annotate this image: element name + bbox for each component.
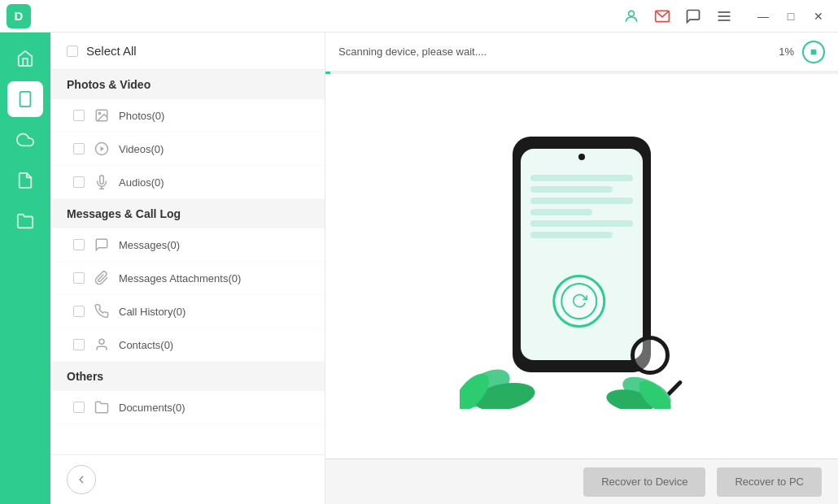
photos-label: Photos(0): [119, 110, 164, 122]
list-item[interactable]: Call History(0): [50, 295, 325, 328]
window-controls: — □ ✕: [750, 3, 831, 29]
close-button[interactable]: ✕: [805, 3, 831, 29]
video-icon: [93, 140, 111, 158]
section-header-photos-video: Photos & Video: [50, 70, 325, 99]
list-item[interactable]: Videos(0): [50, 133, 325, 166]
sidebar-item-home[interactable]: [7, 41, 43, 76]
phone-notch: [578, 154, 585, 160]
title-bar-icons: — □ ✕: [620, 3, 831, 29]
audios-checkbox[interactable]: [73, 176, 85, 188]
select-all-checkbox[interactable]: [67, 46, 78, 57]
minimize-button[interactable]: —: [750, 3, 776, 29]
section-header-messages: Messages & Call Log: [50, 199, 325, 228]
select-all-row[interactable]: Select All: [50, 33, 325, 70]
maximize-button[interactable]: □: [778, 3, 804, 29]
content-area: Scanning device, please wait.... 1%: [325, 33, 838, 504]
title-bar: D — □ ✕: [0, 0, 838, 33]
recover-to-device-button[interactable]: Recover to Device: [583, 467, 705, 497]
svg-marker-10: [101, 146, 105, 151]
list-item[interactable]: Documents(0): [50, 391, 325, 424]
messages-checkbox[interactable]: [73, 239, 85, 250]
list-item[interactable]: Photos(0): [50, 99, 325, 133]
screen-line: [530, 186, 613, 193]
message-icon: [93, 236, 111, 254]
scan-status-text: Scanning device, please wait....: [338, 46, 770, 58]
category-sidebar: Select All Photos & Video Photos(0) Vide…: [50, 33, 325, 504]
phone-illustration: [484, 137, 679, 397]
scan-percent: 1%: [779, 46, 794, 58]
scan-stop-button[interactable]: [802, 41, 825, 63]
videos-checkbox[interactable]: [73, 143, 85, 154]
sidebar-item-phone[interactable]: [7, 81, 43, 117]
list-item[interactable]: Audios(0): [50, 166, 325, 199]
content-main: [325, 74, 838, 458]
photos-checkbox[interactable]: [73, 110, 85, 121]
back-button[interactable]: [67, 465, 96, 494]
phone-screen: [521, 149, 643, 360]
sidebar-bottom: [50, 454, 325, 504]
svg-rect-14: [811, 49, 817, 54]
svg-rect-5: [20, 92, 31, 106]
messages-attachments-label: Messages Attachments(0): [119, 272, 241, 285]
select-all-label: Select All: [86, 44, 137, 58]
screen-line: [530, 175, 633, 181]
documents-label: Documents(0): [119, 402, 185, 414]
list-item[interactable]: Messages Attachments(0): [50, 262, 325, 295]
title-bar-left: D: [7, 4, 31, 28]
sidebar-item-folder[interactable]: [7, 203, 43, 239]
photo-icon: [93, 106, 111, 124]
svg-point-0: [629, 11, 635, 16]
user-icon[interactable]: [620, 5, 643, 28]
sidebar-icons: [0, 33, 50, 504]
main-layout: Select All Photos & Video Photos(0) Vide…: [0, 33, 838, 504]
contacts-checkbox[interactable]: [73, 339, 85, 350]
document-icon: [93, 398, 111, 416]
mail-icon[interactable]: [651, 5, 674, 28]
videos-label: Videos(0): [119, 143, 164, 155]
leaves-right: [590, 352, 671, 409]
svg-point-13: [99, 339, 104, 344]
leaves-left: [460, 344, 557, 409]
screen-line: [530, 232, 613, 238]
app-logo: D: [7, 4, 31, 28]
audios-label: Audios(0): [119, 176, 164, 189]
scan-bar: Scanning device, please wait.... 1%: [325, 33, 838, 72]
menu-icon[interactable]: [713, 5, 735, 28]
svg-point-8: [98, 112, 100, 114]
list-item[interactable]: Contacts(0): [50, 328, 325, 362]
contacts-label: Contacts(0): [119, 339, 173, 351]
scan-inner: [561, 283, 597, 319]
sidebar-item-cloud[interactable]: [7, 122, 43, 158]
audio-icon: [93, 173, 111, 191]
scan-circle: [552, 275, 605, 328]
screen-line: [530, 220, 633, 227]
list-item[interactable]: Messages(0): [50, 228, 325, 262]
call-history-label: Call History(0): [119, 306, 185, 318]
recover-to-pc-button[interactable]: Recover to PC: [717, 467, 822, 497]
action-bar: Recover to Device Recover to PC: [325, 458, 838, 504]
documents-checkbox[interactable]: [73, 402, 85, 413]
sidebar-item-files[interactable]: [7, 163, 43, 198]
section-header-others: Others: [50, 362, 325, 391]
attachment-icon: [93, 269, 111, 287]
messages-attachments-checkbox[interactable]: [73, 272, 85, 284]
screen-line: [530, 209, 592, 215]
screen-line: [530, 198, 633, 204]
call-history-checkbox[interactable]: [73, 306, 85, 317]
chat-icon[interactable]: [682, 5, 705, 28]
call-icon: [93, 302, 111, 320]
contact-icon: [93, 336, 111, 354]
messages-label: Messages(0): [119, 239, 180, 251]
